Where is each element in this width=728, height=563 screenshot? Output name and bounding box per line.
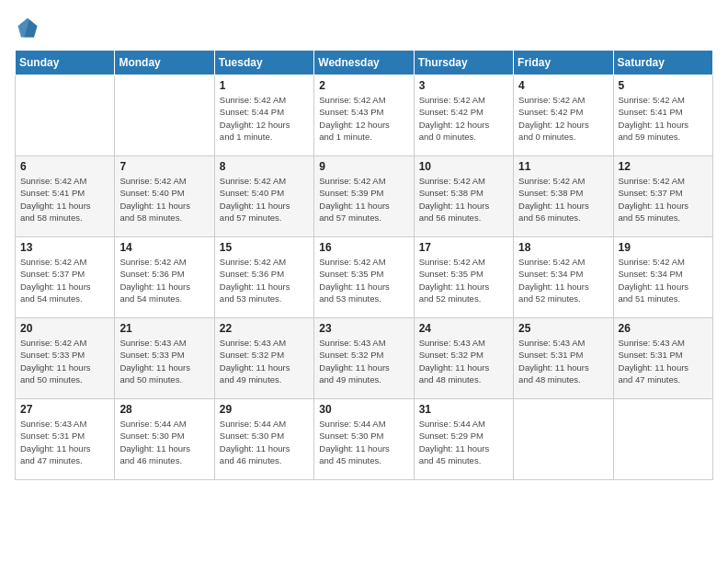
day-header-monday: Monday (115, 51, 214, 75)
day-header-thursday: Thursday (414, 51, 513, 75)
day-info: Sunrise: 5:43 AMSunset: 5:31 PMDaylight:… (619, 337, 708, 385)
day-number: 29 (220, 403, 309, 416)
day-cell: 21Sunrise: 5:43 AMSunset: 5:33 PMDayligh… (115, 318, 214, 399)
day-info: Sunrise: 5:42 AMSunset: 5:34 PMDaylight:… (518, 256, 608, 304)
day-header-saturday: Saturday (613, 51, 712, 75)
day-cell: 16Sunrise: 5:42 AMSunset: 5:35 PMDayligh… (314, 237, 414, 318)
day-info: Sunrise: 5:43 AMSunset: 5:31 PMDaylight:… (20, 418, 109, 466)
day-cell: 6Sunrise: 5:42 AMSunset: 5:41 PMDaylight… (16, 156, 115, 237)
day-number: 17 (419, 241, 508, 254)
day-number: 18 (518, 241, 608, 254)
day-cell: 14Sunrise: 5:42 AMSunset: 5:36 PMDayligh… (115, 237, 214, 318)
calendar-table: SundayMondayTuesdayWednesdayThursdayFrid… (15, 50, 713, 480)
day-cell: 20Sunrise: 5:42 AMSunset: 5:33 PMDayligh… (16, 318, 115, 399)
day-info: Sunrise: 5:42 AMSunset: 5:36 PMDaylight:… (220, 256, 309, 304)
day-info: Sunrise: 5:44 AMSunset: 5:30 PMDaylight:… (220, 418, 309, 466)
day-info: Sunrise: 5:42 AMSunset: 5:38 PMDaylight:… (518, 175, 608, 224)
day-cell: 30Sunrise: 5:44 AMSunset: 5:30 PMDayligh… (314, 399, 414, 480)
day-info: Sunrise: 5:44 AMSunset: 5:30 PMDaylight:… (319, 418, 408, 466)
page-header (15, 15, 713, 40)
day-number: 31 (419, 403, 508, 416)
day-cell: 26Sunrise: 5:43 AMSunset: 5:31 PMDayligh… (613, 318, 712, 399)
day-number: 10 (419, 160, 508, 173)
day-info: Sunrise: 5:42 AMSunset: 5:44 PMDaylight:… (220, 94, 309, 143)
day-cell: 13Sunrise: 5:42 AMSunset: 5:37 PMDayligh… (16, 237, 115, 318)
day-number: 16 (319, 241, 408, 254)
day-info: Sunrise: 5:42 AMSunset: 5:36 PMDaylight:… (119, 256, 209, 304)
day-number: 26 (619, 322, 708, 335)
day-cell: 2Sunrise: 5:42 AMSunset: 5:43 PMDaylight… (314, 75, 414, 156)
day-info: Sunrise: 5:42 AMSunset: 5:42 PMDaylight:… (518, 94, 608, 143)
day-cell: 1Sunrise: 5:42 AMSunset: 5:44 PMDaylight… (214, 75, 313, 156)
day-number: 9 (319, 160, 408, 173)
day-info: Sunrise: 5:42 AMSunset: 5:38 PMDaylight:… (419, 175, 508, 224)
week-row-1: 1Sunrise: 5:42 AMSunset: 5:44 PMDaylight… (16, 75, 713, 156)
day-info: Sunrise: 5:42 AMSunset: 5:39 PMDaylight:… (319, 175, 408, 224)
logo (15, 15, 44, 40)
day-number: 6 (20, 160, 109, 173)
day-number: 27 (20, 403, 109, 416)
day-cell: 5Sunrise: 5:42 AMSunset: 5:41 PMDaylight… (613, 75, 712, 156)
day-cell (613, 399, 712, 480)
day-info: Sunrise: 5:42 AMSunset: 5:35 PMDaylight:… (419, 256, 508, 304)
day-cell: 4Sunrise: 5:42 AMSunset: 5:42 PMDaylight… (514, 75, 613, 156)
day-number: 3 (419, 79, 508, 92)
day-info: Sunrise: 5:42 AMSunset: 5:42 PMDaylight:… (419, 94, 508, 143)
day-cell: 7Sunrise: 5:42 AMSunset: 5:40 PMDaylight… (115, 156, 214, 237)
day-cell (115, 75, 214, 156)
day-number: 12 (619, 160, 708, 173)
day-info: Sunrise: 5:42 AMSunset: 5:41 PMDaylight:… (20, 175, 109, 224)
day-cell: 10Sunrise: 5:42 AMSunset: 5:38 PMDayligh… (414, 156, 513, 237)
day-header-tuesday: Tuesday (214, 51, 313, 75)
day-number: 22 (220, 322, 309, 335)
day-cell: 11Sunrise: 5:42 AMSunset: 5:38 PMDayligh… (514, 156, 613, 237)
day-info: Sunrise: 5:43 AMSunset: 5:33 PMDaylight:… (119, 337, 209, 385)
day-cell: 18Sunrise: 5:42 AMSunset: 5:34 PMDayligh… (514, 237, 613, 318)
day-cell: 23Sunrise: 5:43 AMSunset: 5:32 PMDayligh… (314, 318, 414, 399)
day-cell: 22Sunrise: 5:43 AMSunset: 5:32 PMDayligh… (214, 318, 313, 399)
day-number: 2 (319, 79, 408, 92)
day-number: 25 (518, 322, 608, 335)
week-row-3: 13Sunrise: 5:42 AMSunset: 5:37 PMDayligh… (16, 237, 713, 318)
day-number: 13 (20, 241, 109, 254)
day-number: 19 (619, 241, 708, 254)
day-cell: 27Sunrise: 5:43 AMSunset: 5:31 PMDayligh… (16, 399, 115, 480)
day-number: 5 (619, 79, 708, 92)
day-number: 14 (119, 241, 209, 254)
day-cell: 9Sunrise: 5:42 AMSunset: 5:39 PMDaylight… (314, 156, 414, 237)
day-info: Sunrise: 5:42 AMSunset: 5:41 PMDaylight:… (619, 94, 708, 143)
day-number: 1 (220, 79, 309, 92)
day-info: Sunrise: 5:42 AMSunset: 5:40 PMDaylight:… (119, 175, 209, 224)
day-number: 24 (419, 322, 508, 335)
day-info: Sunrise: 5:42 AMSunset: 5:33 PMDaylight:… (20, 337, 109, 385)
day-info: Sunrise: 5:42 AMSunset: 5:43 PMDaylight:… (319, 94, 408, 143)
day-header-sunday: Sunday (16, 51, 115, 75)
day-info: Sunrise: 5:43 AMSunset: 5:31 PMDaylight:… (518, 337, 608, 385)
day-number: 23 (319, 322, 408, 335)
day-number: 21 (119, 322, 209, 335)
logo-icon (15, 15, 40, 40)
day-info: Sunrise: 5:42 AMSunset: 5:35 PMDaylight:… (319, 256, 408, 304)
day-info: Sunrise: 5:44 AMSunset: 5:29 PMDaylight:… (419, 418, 508, 466)
calendar-header: SundayMondayTuesdayWednesdayThursdayFrid… (16, 51, 713, 75)
day-number: 8 (220, 160, 309, 173)
day-cell (16, 75, 115, 156)
day-cell: 24Sunrise: 5:43 AMSunset: 5:32 PMDayligh… (414, 318, 513, 399)
day-number: 28 (119, 403, 209, 416)
day-cell: 15Sunrise: 5:42 AMSunset: 5:36 PMDayligh… (214, 237, 313, 318)
day-cell: 19Sunrise: 5:42 AMSunset: 5:34 PMDayligh… (613, 237, 712, 318)
day-number: 15 (220, 241, 309, 254)
day-info: Sunrise: 5:43 AMSunset: 5:32 PMDaylight:… (419, 337, 508, 385)
day-cell: 31Sunrise: 5:44 AMSunset: 5:29 PMDayligh… (414, 399, 513, 480)
day-header-friday: Friday (514, 51, 613, 75)
day-number: 30 (319, 403, 408, 416)
day-info: Sunrise: 5:43 AMSunset: 5:32 PMDaylight:… (220, 337, 309, 385)
week-row-2: 6Sunrise: 5:42 AMSunset: 5:41 PMDaylight… (16, 156, 713, 237)
day-number: 7 (119, 160, 209, 173)
day-info: Sunrise: 5:42 AMSunset: 5:40 PMDaylight:… (220, 175, 309, 224)
day-info: Sunrise: 5:43 AMSunset: 5:32 PMDaylight:… (319, 337, 408, 385)
day-cell: 12Sunrise: 5:42 AMSunset: 5:37 PMDayligh… (613, 156, 712, 237)
week-row-5: 27Sunrise: 5:43 AMSunset: 5:31 PMDayligh… (16, 399, 713, 480)
day-cell: 25Sunrise: 5:43 AMSunset: 5:31 PMDayligh… (514, 318, 613, 399)
header-row: SundayMondayTuesdayWednesdayThursdayFrid… (16, 51, 713, 75)
